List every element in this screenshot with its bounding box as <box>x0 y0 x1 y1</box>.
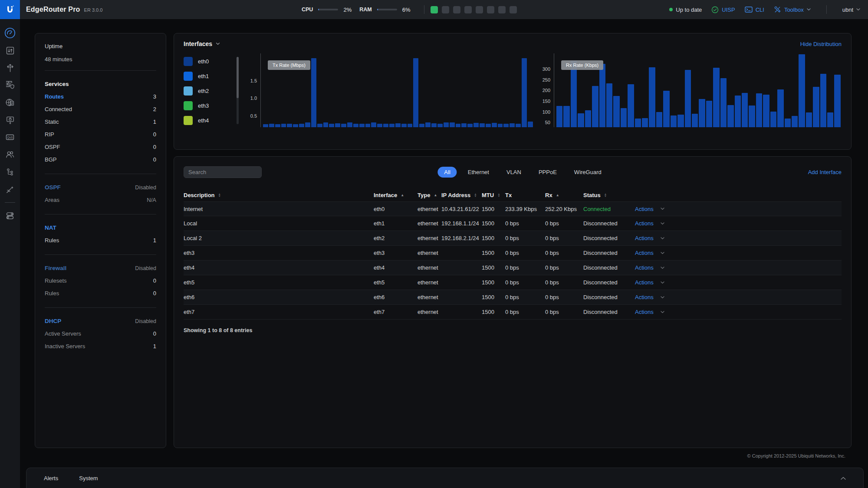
chart-bar[interactable] <box>347 122 352 127</box>
legend-item[interactable]: eth0 <box>184 57 235 66</box>
chart-bar[interactable] <box>599 64 605 127</box>
search-input[interactable] <box>184 166 262 178</box>
chart-bar[interactable] <box>799 54 805 127</box>
actions-button[interactable]: Actions <box>635 264 674 271</box>
nav-users[interactable] <box>0 146 20 163</box>
column-header-status[interactable]: Status▲▼ <box>583 192 635 198</box>
chart-bar[interactable] <box>516 124 521 127</box>
column-header-tx[interactable]: Tx <box>505 192 545 198</box>
chart-bar[interactable] <box>685 70 691 127</box>
chart-bar[interactable] <box>699 99 705 127</box>
chart-bar[interactable] <box>377 124 382 127</box>
chart-bar[interactable] <box>606 83 612 127</box>
chart-bar[interactable] <box>473 123 479 127</box>
actions-button[interactable]: Actions <box>635 220 674 227</box>
chart-bar[interactable] <box>692 114 698 127</box>
legend-item[interactable]: eth3 <box>184 101 235 110</box>
chart-bar[interactable] <box>727 105 733 127</box>
nav-dashboard[interactable] <box>0 24 20 42</box>
chart-bar[interactable] <box>528 122 533 127</box>
chart-bar[interactable] <box>792 116 798 127</box>
nav-routing[interactable] <box>0 59 20 76</box>
chart-bar[interactable] <box>498 124 503 127</box>
chart-bar[interactable] <box>649 67 655 127</box>
column-header-type[interactable]: Type▲ <box>418 192 441 198</box>
collapse-panel-chevron-up-icon[interactable] <box>841 477 846 480</box>
column-header-mtu[interactable]: MTU▲▼ <box>482 192 505 198</box>
chart-bar[interactable] <box>281 124 286 127</box>
chart-bar[interactable] <box>389 124 395 127</box>
chart-bar[interactable] <box>329 124 334 127</box>
chart-bar[interactable] <box>492 123 497 127</box>
chart-bar[interactable] <box>486 124 491 127</box>
chart-bar[interactable] <box>317 124 322 127</box>
hide-distribution-link[interactable]: Hide Distribution <box>800 41 842 47</box>
chart-bar[interactable] <box>628 84 634 127</box>
chart-bar[interactable] <box>777 89 783 127</box>
legend-item[interactable]: eth1 <box>184 72 235 81</box>
summary-row[interactable]: Routes3 <box>45 90 156 103</box>
table-row[interactable]: eth3eth3ethernet15000 bps0 bpsDisconnect… <box>184 246 842 260</box>
table-row[interactable]: eth5eth5ethernet15000 bps0 bpsDisconnect… <box>184 275 842 290</box>
chart-bar[interactable] <box>450 122 455 127</box>
chart-bar[interactable] <box>713 68 719 127</box>
cli-link[interactable]: CLI <box>745 6 764 13</box>
nav-config-tree[interactable] <box>0 163 20 181</box>
chart-bar[interactable] <box>663 91 669 127</box>
chart-bar[interactable] <box>578 113 584 127</box>
chart-bar[interactable] <box>820 74 826 127</box>
table-row[interactable]: Interneteth0ethernet10.43.21.61/22150023… <box>184 201 842 216</box>
chart-bar[interactable] <box>323 122 329 127</box>
chart-bar[interactable] <box>456 124 461 127</box>
column-header-interface[interactable]: Interface▲ <box>374 192 418 198</box>
chart-bar[interactable] <box>720 78 727 127</box>
nav-wizards[interactable] <box>0 181 20 198</box>
summary-section-title[interactable]: Firewall <box>45 265 66 271</box>
chart-bar[interactable] <box>706 101 712 127</box>
interfaces-dropdown[interactable]: Interfaces <box>184 40 220 47</box>
chart-bar[interactable] <box>437 124 443 127</box>
chart-bar[interactable] <box>613 96 619 127</box>
ubiquiti-logo[interactable] <box>0 0 20 19</box>
chart-bar[interactable] <box>571 61 577 127</box>
chart-bar[interactable] <box>401 124 407 127</box>
chart-bar[interactable] <box>813 87 819 127</box>
chart-bar[interactable] <box>365 124 371 127</box>
chart-bar[interactable] <box>431 123 437 127</box>
column-header-rx[interactable]: Rx▲ <box>545 192 583 198</box>
footer-tab-alerts[interactable]: Alerts <box>44 475 58 481</box>
chart-bar[interactable] <box>383 124 388 127</box>
filter-pill-all[interactable]: All <box>437 167 457 178</box>
chart-bar[interactable] <box>311 58 316 127</box>
chart-bar[interactable] <box>585 110 591 127</box>
chart-bar[interactable] <box>287 124 292 127</box>
legend-scrollbar[interactable] <box>237 57 239 124</box>
chart-bar[interactable] <box>275 124 280 127</box>
chart-bar[interactable] <box>834 75 840 127</box>
table-row[interactable]: eth7eth7ethernet15000 bps0 bpsDisconnect… <box>184 305 842 320</box>
chart-bar[interactable] <box>444 122 449 127</box>
actions-button[interactable]: Actions <box>635 250 674 256</box>
chart-bar[interactable] <box>353 124 358 127</box>
summary-section-title[interactable]: OSPF <box>45 184 61 191</box>
chart-bar[interactable] <box>592 86 598 127</box>
actions-button[interactable]: Actions <box>635 279 674 286</box>
summary-section-title[interactable]: DHCP <box>45 318 61 324</box>
chart-bar[interactable] <box>756 93 762 127</box>
summary-row-label[interactable]: Routes <box>45 93 64 100</box>
chart-bar[interactable] <box>480 123 485 127</box>
chart-bar[interactable] <box>563 106 569 127</box>
chart-bar[interactable] <box>742 93 748 127</box>
add-interface-button[interactable]: Add Interface <box>808 169 842 175</box>
user-menu[interactable]: ubnt <box>842 7 860 13</box>
legend-item[interactable]: eth4 <box>184 116 235 125</box>
chart-bar[interactable] <box>335 123 340 127</box>
chart-bar[interactable] <box>735 96 741 127</box>
chart-bar[interactable] <box>299 124 304 127</box>
filter-pill-pppoe[interactable]: PPPoE <box>532 167 563 178</box>
chart-bar[interactable] <box>671 115 677 127</box>
column-header-description[interactable]: Description▲▼ <box>184 192 374 198</box>
actions-button[interactable]: Actions <box>635 206 674 212</box>
chart-bar[interactable] <box>503 124 509 127</box>
table-row[interactable]: Local 2eth2ethernet192.168.2.1/2415000 b… <box>184 231 842 246</box>
